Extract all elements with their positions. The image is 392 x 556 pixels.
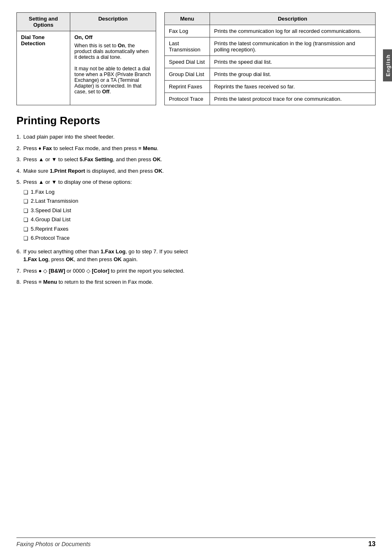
table-row: Fax LogPrints the communication log for … [165,25,376,37]
menu-cell: Speed Dial List [165,56,210,68]
step-3: 3. Press ▲ or ▼ to select 5.Fax Setting,… [16,155,193,164]
step-6: 6. If you select anything other than 1.F… [16,248,193,264]
footer-page: 13 [368,540,376,548]
col-header-description: Description [70,13,156,31]
right-spacer [201,114,376,290]
footer: Faxing Photos or Documents 13 [16,537,376,548]
page: English Setting and Options Description … [0,0,392,556]
step-1: 1. Load plain paper into the sheet feede… [16,133,193,141]
steps-list: 1. Load plain paper into the sheet feede… [16,133,193,286]
step-4: 4. Make sure 1.Print Report is displayed… [16,167,193,175]
menu-cell: Reprint Faxes [165,81,210,93]
setting-label: Dial Tone Detection [17,31,70,105]
option-1: ❑1.Fax Log [23,188,132,197]
table-row: Speed Dial ListPrints the speed dial lis… [165,56,376,68]
left-content: Printing Reports 1. Load plain paper int… [16,114,193,290]
desc-cell: Prints the latest protocol trace for one… [210,93,376,105]
desc-text-2: It may not be able to detect a dial tone… [74,66,151,95]
desc-cell: Reprints the faxes received so far. [210,81,376,93]
col-header-desc: Description [210,13,376,25]
option-2: ❑2.Last Transmission [23,197,132,206]
table-row: Last TransmissionPrints the latest commu… [165,37,376,56]
desc-cell: Prints the latest communication in the l… [210,37,376,56]
table-row: Group Dial ListPrints the group dial lis… [165,68,376,81]
col-header-setting: Setting and Options [17,13,70,31]
option-5: ❑5.Reprint Faxes [23,225,132,234]
setting-description: On, Off When this is set to On, the prod… [70,31,156,105]
menu-table: Menu Description Fax LogPrints the commu… [164,12,376,105]
options-list: ❑1.Fax Log ❑2.Last Transmission ❑3.Speed… [23,188,132,243]
on-off-label: On, Off [74,34,152,40]
english-tab: English [383,49,392,81]
section-title: Printing Reports [16,114,193,127]
desc-cell: Prints the speed dial list. [210,56,376,68]
col-header-menu: Menu [165,13,210,25]
desc-cell: Prints the communication log for all rec… [210,25,376,37]
option-3: ❑3.Speed Dial List [23,206,132,215]
table-row: Reprint FaxesReprints the faxes received… [165,81,376,93]
menu-cell: Last Transmission [165,37,210,56]
step-7: 7. Press ● ◇ [B&W] or 0000 ◇ [Color] to … [16,267,193,275]
menu-cell: Protocol Trace [165,93,210,105]
option-6: ❑6.Protocol Trace [23,234,132,243]
top-section: Setting and Options Description Dial Ton… [16,12,376,105]
desc-text-1: When this is set to On, the product dial… [74,43,149,60]
settings-table: Setting and Options Description Dial Ton… [16,12,156,105]
table-row: Protocol TracePrints the latest protocol… [165,93,376,105]
right-table-wrapper: Menu Description Fax LogPrints the commu… [164,12,376,105]
option-4: ❑4.Group Dial List [23,215,132,224]
step-2: 2. Press ♦ Fax to select Fax mode, and t… [16,144,193,153]
footer-title: Faxing Photos or Documents [16,541,91,547]
menu-cell: Fax Log [165,25,210,37]
step-5: 5. Press ▲ or ▼ to display one of these … [16,178,193,244]
desc-cell: Prints the group dial list. [210,68,376,81]
step-8: 8. Press ≡ Menu to return to the first s… [16,278,193,286]
main-content: Printing Reports 1. Load plain paper int… [16,114,376,290]
menu-cell: Group Dial List [165,68,210,81]
